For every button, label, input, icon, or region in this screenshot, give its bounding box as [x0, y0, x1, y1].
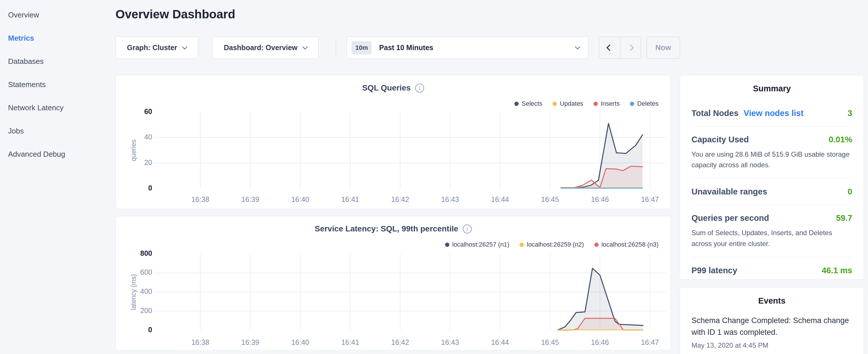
event-timestamp: May 13, 2020 at 4:45 PM: [691, 342, 852, 349]
svg-text:60: 60: [144, 107, 152, 116]
svg-text:400: 400: [140, 287, 152, 295]
summary-row-unavailable-ranges: Unavailable ranges0: [691, 179, 852, 205]
svg-text:16:47: 16:47: [641, 195, 659, 203]
chevron-right-icon: [627, 44, 634, 51]
legend-item-label: localhost:26257 (n1): [452, 241, 509, 248]
dashboard-dropdown-label: Dashboard: Overview: [224, 43, 298, 52]
summary-row-label: Capacity Used: [691, 135, 749, 144]
summary-row-label: Total Nodes: [691, 108, 739, 118]
sidebar-nav: OverviewMetricsDatabasesStatementsNetwor…: [0, 0, 113, 166]
time-range-label: Past 10 Minutes: [379, 43, 576, 52]
summary-row-value: 0.01%: [829, 135, 852, 144]
summary-row-value: 3: [848, 108, 852, 118]
svg-text:200: 200: [140, 307, 152, 315]
legend-item-deletes[interactable]: Deletes: [630, 100, 658, 107]
sidebar-item-databases[interactable]: Databases: [0, 50, 113, 73]
next-range-button[interactable]: [620, 37, 641, 58]
chart-legend: localhost:26257 (n1)localhost:26259 (n2)…: [445, 241, 658, 248]
summary-row-head: P99 latency46.1 ms: [691, 266, 852, 275]
svg-text:16:47: 16:47: [641, 338, 659, 346]
legend-dot-icon: [515, 102, 519, 106]
now-button[interactable]: Now: [647, 37, 680, 59]
service-latency-chart-card: Service Latency: SQL, 99th percentile lo…: [116, 216, 671, 350]
chart-legend: SelectsUpdatesInsertsDeletes: [515, 100, 658, 107]
svg-text:0: 0: [148, 184, 152, 192]
svg-text:16:38: 16:38: [191, 338, 210, 346]
summary-row-label: P99 latency: [691, 266, 737, 275]
svg-text:16:46: 16:46: [591, 195, 609, 203]
info-icon[interactable]: [415, 84, 424, 93]
svg-text:16:39: 16:39: [241, 338, 259, 346]
events-title: Events: [680, 296, 864, 305]
summary-row-head: Queries per second59.7: [691, 213, 852, 223]
legend-item-label: Deletes: [637, 100, 658, 107]
toolbar-divider: [336, 41, 336, 55]
legend-item-label: Selects: [522, 100, 542, 107]
sql-queries-chart-card: SQL Queries SelectsUpdatesInsertsDeletes…: [116, 75, 671, 209]
svg-text:16:41: 16:41: [341, 195, 359, 203]
svg-text:0: 0: [148, 326, 152, 334]
svg-text:600: 600: [140, 268, 152, 276]
legend-item-localhost-26257-n1[interactable]: localhost:26257 (n1): [445, 241, 509, 248]
svg-text:16:43: 16:43: [441, 338, 459, 346]
svg-text:16:42: 16:42: [391, 195, 409, 203]
svg-text:queries: queries: [130, 139, 137, 161]
time-step-buttons: [599, 37, 641, 59]
chevron-down-icon: [302, 44, 308, 49]
sidebar-item-network-latency[interactable]: Network Latency: [0, 96, 113, 120]
summary-title: Summary: [680, 84, 864, 93]
view-nodes-link[interactable]: View nodes list: [744, 108, 804, 118]
svg-text:16:40: 16:40: [291, 195, 309, 203]
legend-dot-icon: [594, 243, 599, 247]
summary-row-p99-latency: P99 latency46.1 ms: [691, 257, 852, 284]
graph-dropdown-label: Graph: Cluster: [127, 43, 177, 52]
legend-item-label: Updates: [560, 100, 583, 107]
chevron-down-icon: [182, 44, 187, 49]
latency-plot-area: 020040060080016:3816:3916:4016:4116:4216…: [116, 216, 671, 351]
svg-text:20: 20: [144, 158, 152, 166]
summary-row-queries-per-second: Queries per second59.7Sum of Selects, Up…: [691, 205, 852, 257]
summary-row-capacity-used: Capacity Used0.01%You are using 28.6 MiB…: [691, 126, 852, 179]
summary-row-head: Total NodesView nodes list3: [691, 108, 852, 118]
summary-row-head: Capacity Used0.01%: [691, 135, 852, 144]
chevron-left-icon: [606, 44, 613, 51]
page-title: Overview Dashboard: [116, 7, 235, 21]
summary-row-total-nodes: Total NodesView nodes list3: [691, 100, 852, 126]
legend-item-localhost-26259-n2[interactable]: localhost:26259 (n2): [520, 241, 584, 248]
legend-item-inserts[interactable]: Inserts: [593, 100, 620, 107]
legend-item-updates[interactable]: Updates: [553, 100, 583, 107]
sidebar-item-advanced-debug[interactable]: Advanced Debug: [0, 142, 113, 166]
previous-range-button[interactable]: [599, 37, 620, 58]
svg-text:40: 40: [144, 133, 152, 141]
sidebar-item-statements[interactable]: Statements: [0, 73, 113, 96]
legend-item-localhost-26258-n3[interactable]: localhost:26258 (n3): [594, 241, 658, 248]
events-panel: Events Schema Change Completed: Schema c…: [680, 287, 864, 354]
legend-item-label: Inserts: [601, 100, 620, 107]
legend-dot-icon: [520, 243, 524, 247]
sidebar-item-overview[interactable]: Overview: [0, 3, 113, 27]
legend-item-label: localhost:26258 (n3): [601, 241, 658, 248]
cluster-summary-panel: Summary Total NodesView nodes list3Capac…: [680, 75, 864, 280]
event-list-item[interactable]: Schema Change Completed: Schema change w…: [691, 315, 852, 349]
chart-title: Service Latency: SQL, 99th percentile: [315, 224, 458, 233]
svg-text:16:39: 16:39: [241, 195, 259, 203]
summary-row-label: Queries per second: [691, 213, 769, 223]
svg-text:16:43: 16:43: [441, 195, 459, 203]
dashboard-dropdown[interactable]: Dashboard: Overview: [212, 37, 318, 59]
sidebar-item-jobs[interactable]: Jobs: [0, 120, 113, 142]
svg-text:16:46: 16:46: [591, 338, 609, 346]
graph-dropdown[interactable]: Graph: Cluster: [116, 37, 198, 59]
sidebar-item-metrics[interactable]: Metrics: [0, 27, 113, 50]
time-range-selector[interactable]: 10m Past 10 Minutes: [347, 37, 588, 59]
legend-item-selects[interactable]: Selects: [515, 100, 542, 107]
event-message: Schema Change Completed: Schema change w…: [691, 315, 852, 338]
summary-row-head: Unavailable ranges0: [691, 187, 852, 196]
summary-row-value: 46.1 ms: [822, 266, 852, 275]
summary-row-value: 59.7: [836, 213, 852, 223]
summary-row-subtext: You are using 28.6 MiB of 515.9 GiB usab…: [691, 149, 852, 170]
svg-text:800: 800: [140, 249, 152, 257]
svg-text:16:38: 16:38: [191, 195, 210, 203]
chart-title: SQL Queries: [362, 83, 411, 93]
summary-row-subtext: Sum of Selects, Updates, Inserts, and De…: [691, 227, 852, 249]
info-icon[interactable]: [463, 225, 472, 233]
